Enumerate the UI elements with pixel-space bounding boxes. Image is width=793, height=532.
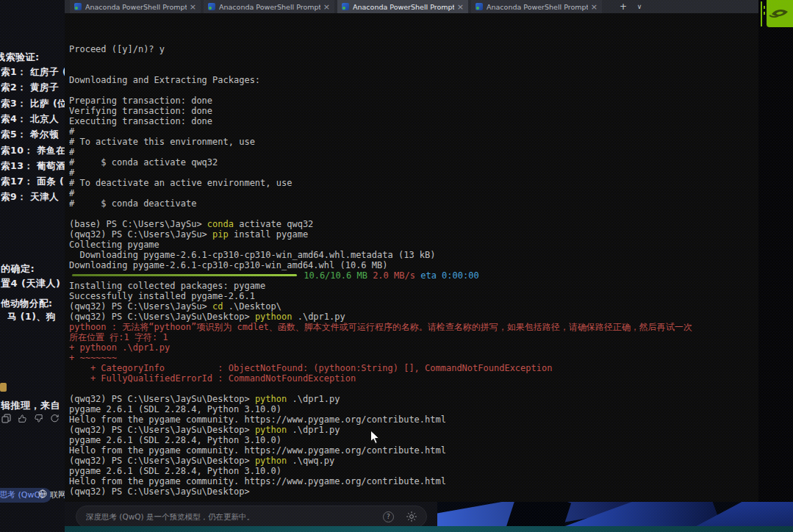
copy-icon[interactable] [1,414,11,423]
terminal-output: Proceed ([y]/n)? yDownloading and Extrac… [69,44,758,497]
pip-progress-bar [72,274,297,276]
terminal-line: Verifying transaction: done [69,106,758,116]
terminal-line: # To deactivate an active environment, u… [69,178,758,188]
terminal-line [69,209,758,219]
terminal-line: pythoon : 无法将“pythoon”项识别为 cmdlet、函数、脚本文… [69,322,758,332]
terminal-line: # [69,147,758,157]
clue-item: 索4： 北京人 [1,113,59,126]
tab-close-icon[interactable]: × [457,2,464,12]
clue-item: 索1： 红房子 ( [1,66,67,79]
terminal-line [69,85,758,96]
terminal-line: (qwq32) PS C:\Users\JaySu> cd .\Desktop\ [69,301,758,312]
assign-heading: 他动物分配: [1,298,53,310]
taskbar-strip [65,526,793,532]
chat-sidebar: 线索验证: 索1： 红房子 (索2： 黄房子索3： 比萨 (位索4： 北京人索5… [0,0,65,532]
terminal-line: Collecting pygame [69,240,758,250]
terminal-line: (qwq32) PS C:\Users\JaySu\Desktop> pytho… [69,394,758,404]
terminal-line: Downloading pygame-2.6.1-cp310-cp310-win… [69,260,758,270]
tab-close-icon[interactable]: × [323,2,330,12]
terminal-line: Proceed ([y]/n)? y [69,44,758,54]
terminal-line: Installing collected packages: pygame [69,281,758,291]
partial-emoji-fragment [0,383,7,392]
terminal-line: 10.6/10.6 MB 2.0 MB/s eta 0:00:00 [69,270,758,281]
terminal-line: + ~~~~~~~ [69,353,758,363]
nvidia-overlay-icon[interactable] [767,0,793,27]
clue-item: 索10： 养鱼在 [1,145,65,157]
terminal-line: # [69,188,758,198]
terminal-line: Downloading and Extracting Packages: [69,75,758,85]
terminal-line: pygame 2.6.1 (SDL 2.28.4, Python 3.10.0) [69,404,758,414]
terminal-line: # $ conda activate qwq32 [69,157,758,168]
globe-icon [38,489,47,500]
anaconda-prompt-icon [74,3,82,10]
desktop-wallpaper [437,502,793,527]
clue-verify-heading: 线索验证: [0,51,40,64]
terminal-line [69,54,758,65]
terminal-line: Preparing transaction: done [69,96,758,106]
tab-close-icon[interactable]: × [190,2,196,12]
terminal-line [69,65,758,75]
terminal-line: pygame 2.6.1 (SDL 2.28.4, Python 3.10.0) [69,435,758,445]
anaconda-prompt-icon [208,3,215,10]
thumbs-down-icon[interactable] [34,414,43,423]
terminal-line: Hello from the pygame community. https:/… [69,414,758,425]
terminal-line: pygame 2.6.1 (SDL 2.28.4, Python 3.10.0) [69,466,758,476]
terminal-line: (qwq32) PS C:\Users\JaySu\Desktop> pytho… [69,456,758,466]
tab-title: Anaconda PowerShell Prompt ( [85,3,187,11]
terminal-line [69,384,758,394]
nvidia-overlay-line [761,1,762,26]
terminal-line: Hello from the pygame community. https:/… [69,445,758,456]
reasoning-footer-note: 辑推理，来自 [1,399,60,412]
terminal-line: Successfully installed pygame-2.6.1 [69,291,758,301]
regenerate-icon[interactable] [50,414,60,423]
anaconda-prompt-icon [342,3,349,10]
nvidia-overlay-dash [764,12,765,15]
terminal-tab-bar: Anaconda PowerShell Prompt (×Anaconda Po… [65,0,758,13]
terminal-line: 所在位置 行:1 字符: 1 [69,332,758,342]
terminal-window: Anaconda PowerShell Prompt (×Anaconda Po… [65,0,758,502]
new-tab-button[interactable]: + [617,0,629,13]
clue-item: 索3： 比萨 (位 [1,98,67,110]
terminal-line: # To activate this environment, use [69,137,758,147]
terminal-line: (qwq32) PS C:\Users\JaySu\Desktop> [69,486,758,497]
tab-menu-chevron-icon[interactable]: ∨ [634,0,645,13]
terminal-line: Executing transaction: done [69,116,758,126]
terminal-line: (base) PS C:\Users\JaySu> conda activate… [69,219,758,229]
determine-heading: 的确定: [1,262,35,276]
terminal-line: (qwq32) PS C:\Users\JaySu> pip install p… [69,229,758,240]
terminal-tab[interactable]: Anaconda PowerShell Prompt (× [204,0,334,13]
terminal-screen[interactable]: Proceed ([y]/n)? yDownloading and Extrac… [65,13,758,502]
terminal-tab[interactable]: Anaconda PowerShell Prompt× [337,0,468,13]
terminal-line: # $ conda deactivate [69,198,758,209]
terminal-line: + CategoryInfo : ObjectNotFound: (pythoo… [69,363,758,373]
terminal-tab[interactable]: Anaconda PowerShell Prompt (× [70,0,201,13]
anaconda-prompt-icon [476,3,483,10]
determine-value: 置4 (天津人) [1,277,60,290]
mouse-cursor [370,430,380,445]
web-search-button[interactable]: 联网 [38,489,66,500]
assign-value: 马 (1)、狗 [7,311,55,323]
terminal-tab[interactable]: Anaconda PowerShell Prompt (× [471,0,602,13]
terminal-line: # [69,168,758,178]
message-action-row [1,414,60,423]
settings-gear-icon[interactable] [406,511,417,525]
web-search-label: 联网 [50,489,66,500]
clue-item: 索13： 葡萄酒 [1,160,65,173]
clue-item: 索9： 天津人 [1,191,59,204]
terminal-line: # [69,126,758,137]
terminal-line: + pythoon .\dpr1.py [69,342,758,353]
clue-item: 索5： 希尔顿 [1,129,59,141]
chat-input-hint: 深度思考 (QwQ) 是一个预览模型，仍在更新中。 [86,506,254,527]
nvidia-overlay-dash [764,6,765,9]
desktop: 线索验证: 索1： 红房子 (索2： 黄房子索3： 比萨 (位索4： 北京人索5… [0,0,793,532]
terminal-line: + FullyQualifiedErrorId : CommandNotFoun… [69,373,758,384]
tab-close-icon[interactable]: × [591,2,598,12]
terminal-line: Hello from the pygame community. https:/… [69,476,758,486]
help-icon[interactable]: ? [383,511,394,522]
chat-input[interactable]: 深度思考 (QwQ) 是一个预览模型，仍在更新中。 ? [76,506,427,528]
clue-item: 索17： 面条 ( [1,176,64,188]
thumbs-up-icon[interactable] [18,414,27,423]
tab-title: Anaconda PowerShell Prompt ( [487,3,588,11]
tab-title: Anaconda PowerShell Prompt [353,3,454,11]
tab-title: Anaconda PowerShell Prompt ( [219,3,320,11]
